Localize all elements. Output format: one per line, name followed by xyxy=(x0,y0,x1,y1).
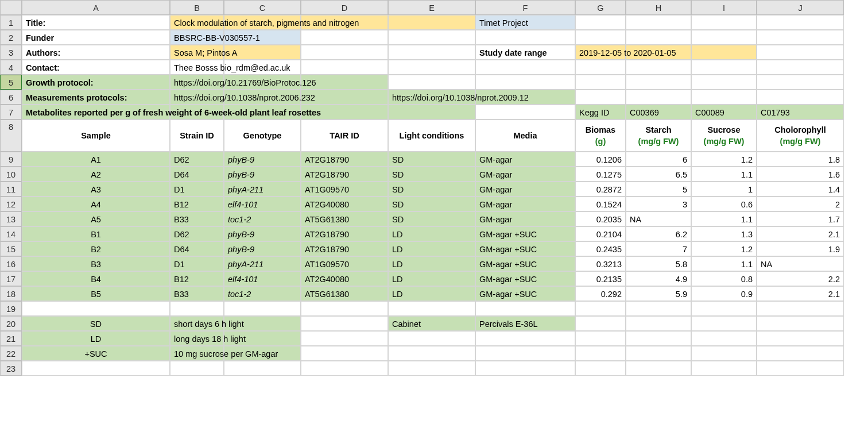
strain-cell[interactable]: B33 xyxy=(170,286,224,301)
starch-cell[interactable]: 6.2 xyxy=(626,226,691,241)
legend-sd-key[interactable]: SD xyxy=(22,316,170,331)
genotype-cell[interactable]: elf4-101 xyxy=(224,197,301,211)
cell-J5[interactable] xyxy=(757,75,844,90)
column-header-H[interactable]: H xyxy=(626,0,691,15)
media-cell[interactable]: GM-agar +SUC xyxy=(475,226,575,241)
cell-D22[interactable] xyxy=(301,346,388,361)
legend-ld-key[interactable]: LD xyxy=(22,331,170,346)
column-header-I[interactable]: I xyxy=(691,0,757,15)
authors-label[interactable]: Authors: xyxy=(22,45,170,60)
light-cell[interactable]: LD xyxy=(388,256,475,271)
sucrose-cell[interactable]: 0.6 xyxy=(691,197,757,211)
cell-F23[interactable] xyxy=(475,361,575,376)
funder-value[interactable]: BBSRC-BB-V030557-1 xyxy=(170,30,224,45)
chlorophyll-cell[interactable]: 1.6 xyxy=(757,167,844,182)
row-header-14[interactable]: 14 xyxy=(0,226,22,241)
strain-cell[interactable]: D62 xyxy=(170,152,224,167)
cell-I2[interactable] xyxy=(691,30,757,45)
tair-cell[interactable]: AT5G61380 xyxy=(301,211,388,226)
cell-H19[interactable] xyxy=(626,301,691,316)
cell-A19[interactable] xyxy=(22,301,170,316)
cell-E3[interactable] xyxy=(388,45,475,60)
column-header-genotype[interactable]: Genotype xyxy=(224,120,301,152)
starch-cell[interactable]: NA xyxy=(626,211,691,226)
cell-H5[interactable] xyxy=(626,75,691,90)
date-range-value[interactable]: 2019-12-05 to 2020-01-05 xyxy=(575,45,626,60)
cell-J1[interactable] xyxy=(757,15,844,30)
cell-D23[interactable] xyxy=(301,361,388,376)
tair-cell[interactable]: AT2G18790 xyxy=(301,167,388,182)
cell-J23[interactable] xyxy=(757,361,844,376)
sucrose-cell[interactable]: 1 xyxy=(691,182,757,197)
column-header-J[interactable]: J xyxy=(757,0,844,15)
contact-label[interactable]: Contact: xyxy=(22,60,170,75)
sample-cell[interactable]: B3 xyxy=(22,256,170,271)
cell-I3[interactable] xyxy=(691,45,757,60)
sample-cell[interactable]: B4 xyxy=(22,271,170,286)
starch-cell[interactable]: 6 xyxy=(626,152,691,167)
strain-cell[interactable]: B12 xyxy=(170,197,224,211)
genotype-cell[interactable]: phyB-9 xyxy=(224,152,301,167)
cell-I22[interactable] xyxy=(691,346,757,361)
cell-H23[interactable] xyxy=(626,361,691,376)
starch-cell[interactable]: 7 xyxy=(626,241,691,256)
tair-cell[interactable]: AT1G09570 xyxy=(301,182,388,197)
genotype-cell[interactable]: toc1-2 xyxy=(224,211,301,226)
cell-H6[interactable] xyxy=(626,90,691,105)
column-header-media[interactable]: Media xyxy=(475,120,575,152)
row-header-22[interactable]: 22 xyxy=(0,346,22,361)
column-header-strain[interactable]: Strain ID xyxy=(170,120,224,152)
strain-cell[interactable]: B12 xyxy=(170,271,224,286)
starch-cell[interactable]: 4.9 xyxy=(626,271,691,286)
cell-D3[interactable] xyxy=(301,45,388,60)
column-header-B[interactable]: B xyxy=(170,0,224,15)
biomass-cell[interactable]: 0.1206 xyxy=(575,152,626,167)
light-cell[interactable]: SD xyxy=(388,182,475,197)
biomass-cell[interactable]: 0.1524 xyxy=(575,197,626,211)
cell-E1[interactable] xyxy=(388,15,475,30)
media-cell[interactable]: GM-agar +SUC xyxy=(475,271,575,286)
genotype-cell[interactable]: phyB-9 xyxy=(224,167,301,182)
cell-F22[interactable] xyxy=(475,346,575,361)
chlorophyll-cell[interactable]: 2.2 xyxy=(757,271,844,286)
cell-G6[interactable] xyxy=(575,90,626,105)
strain-cell[interactable]: D64 xyxy=(170,167,224,182)
cell-D4[interactable] xyxy=(301,60,388,75)
cell-I21[interactable] xyxy=(691,331,757,346)
cell-C23[interactable] xyxy=(224,361,301,376)
tair-cell[interactable]: AT5G61380 xyxy=(301,286,388,301)
chlorophyll-cell[interactable]: 1.8 xyxy=(757,152,844,167)
cell-D20[interactable] xyxy=(301,316,388,331)
cell-G22[interactable] xyxy=(575,346,626,361)
select-all-corner[interactable] xyxy=(0,0,22,15)
sample-cell[interactable]: A4 xyxy=(22,197,170,211)
chlorophyll-cell[interactable]: 1.4 xyxy=(757,182,844,197)
cell-H1[interactable] xyxy=(626,15,691,30)
sample-cell[interactable]: B2 xyxy=(22,241,170,256)
light-cell[interactable]: LD xyxy=(388,241,475,256)
cabinet-label[interactable]: Cabinet xyxy=(388,316,475,331)
starch-cell[interactable]: 5.8 xyxy=(626,256,691,271)
cell-I5[interactable] xyxy=(691,75,757,90)
sucrose-cell[interactable]: 1.1 xyxy=(691,211,757,226)
legend-sd-value[interactable]: short days 6 h light xyxy=(170,316,224,331)
cell-J19[interactable] xyxy=(757,301,844,316)
kegg-id-sucrose[interactable]: C00089 xyxy=(691,105,757,120)
strain-cell[interactable]: D64 xyxy=(170,241,224,256)
strain-cell[interactable]: D62 xyxy=(170,226,224,241)
biomass-cell[interactable]: 0.2035 xyxy=(575,211,626,226)
media-cell[interactable]: GM-agar +SUC xyxy=(475,256,575,271)
column-header-sucrose[interactable]: Sucrose(mg/g FW) xyxy=(691,120,757,152)
cell-C19[interactable] xyxy=(224,301,301,316)
starch-cell[interactable]: 5 xyxy=(626,182,691,197)
cell-H21[interactable] xyxy=(626,331,691,346)
row-header-17[interactable]: 17 xyxy=(0,271,22,286)
cell-B19[interactable] xyxy=(170,301,224,316)
cell-F7[interactable] xyxy=(475,105,575,120)
light-cell[interactable]: SD xyxy=(388,152,475,167)
cell-I20[interactable] xyxy=(691,316,757,331)
cell-A23[interactable] xyxy=(22,361,170,376)
row-header-1[interactable]: 1 xyxy=(0,15,22,30)
cell-G1[interactable] xyxy=(575,15,626,30)
column-header-D[interactable]: D xyxy=(301,0,388,15)
